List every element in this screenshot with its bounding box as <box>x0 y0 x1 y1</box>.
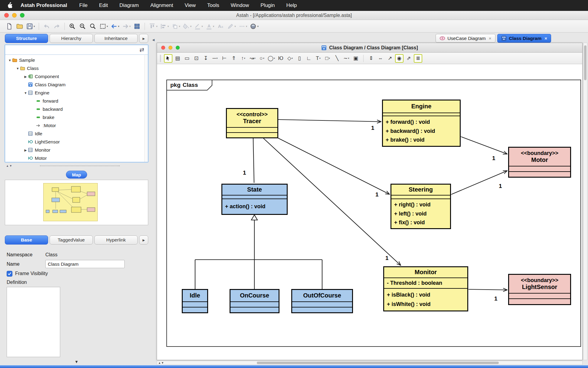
zoom-out-button[interactable] <box>78 21 87 31</box>
tab-inheritance[interactable]: Inheritance <box>94 34 138 43</box>
menu-item-file[interactable]: File <box>79 2 87 8</box>
dropdown-caret-icon[interactable]: ▾ <box>292 57 293 60</box>
line-tool[interactable]: ╲ <box>333 54 341 63</box>
multiplicity-label-steering-motor[interactable]: 1 <box>499 183 502 189</box>
edit-pen-button[interactable]: ▾ <box>226 21 237 31</box>
tab-hyperlink[interactable]: Hyperlink <box>94 235 138 245</box>
depth-order-button[interactable]: ▾ <box>171 21 181 31</box>
vertical-scrollbar-thumb[interactable] <box>584 45 586 80</box>
usage-tool[interactable]: ↝▾ <box>248 54 257 63</box>
multiplicity-label-tracer-monitor[interactable]: 1 <box>385 255 389 261</box>
menu-item-help[interactable]: Help <box>286 2 297 8</box>
zoom-region-button[interactable]: ▾ <box>99 21 109 31</box>
dropdown-caret-icon[interactable]: ▾ <box>118 25 119 28</box>
multiplicity-label-tracer-steering[interactable]: 1 <box>375 191 379 198</box>
tree-expander-icon[interactable]: ▼ <box>8 58 12 62</box>
class-monitor[interactable]: Monitor- Threshold : boolean+ isBlack() … <box>383 266 468 311</box>
definition-textarea[interactable] <box>7 287 60 357</box>
multiplicity-label-tracer-state[interactable]: 1 <box>243 169 246 176</box>
edge-tracer-steering[interactable] <box>277 138 390 194</box>
fill-color-button[interactable]: ▾ <box>182 21 192 31</box>
menu-item-diagram[interactable]: Diagram <box>119 2 139 8</box>
tree-expander-icon[interactable]: ▶ <box>23 148 28 152</box>
name-input[interactable] <box>45 260 125 268</box>
splitter-collapse-icons[interactable]: ▲▼ <box>6 164 13 167</box>
tree-item-motor[interactable]: Motor <box>5 154 144 162</box>
horizontal-scrollbar[interactable]: ▲▼ <box>157 361 583 365</box>
edge-tracer-engine[interactable] <box>278 120 381 122</box>
select-tool[interactable] <box>164 54 172 63</box>
dropdown-caret-icon[interactable]: ▾ <box>257 25 259 28</box>
undo-button[interactable] <box>42 21 51 31</box>
tree-expander-icon[interactable]: ▼ <box>23 91 28 95</box>
class-oncourse[interactable]: OnCourse <box>230 289 279 313</box>
dependency-tool[interactable]: ↑▾ <box>239 54 247 63</box>
save-file-button[interactable]: ▾ <box>25 21 36 31</box>
package-tool[interactable]: ▭ <box>183 54 191 63</box>
multiplicity-label-tracer-engine[interactable]: 1 <box>371 125 374 131</box>
align-horizontal-button[interactable]: ▾ <box>159 21 170 31</box>
menu-item-alignment[interactable]: Alignment <box>150 2 173 8</box>
pin-tool[interactable]: ↧ <box>201 54 210 63</box>
navigate-forward-button[interactable]: ▾ <box>121 21 132 31</box>
target-tool[interactable]: ◉ <box>395 54 403 63</box>
zoom-original-button[interactable] <box>88 21 97 31</box>
navigate-back-button[interactable]: ▾ <box>110 21 120 31</box>
curve-tool[interactable]: ∼▾ <box>342 54 351 63</box>
sync-with-editor-icon[interactable]: ⇄ <box>139 46 144 53</box>
dropdown-caret-icon[interactable]: ▾ <box>190 25 192 28</box>
instance-tool[interactable]: ○▾ <box>258 54 266 63</box>
minimize-window-button[interactable] <box>12 13 17 18</box>
edge-monitor-lightsensor[interactable] <box>469 289 507 290</box>
dropdown-caret-icon[interactable]: ▾ <box>319 57 321 60</box>
class-outofcourse[interactable]: OutOfCourse <box>291 289 353 313</box>
close-window-button[interactable] <box>4 13 9 18</box>
open-file-button[interactable] <box>15 21 24 31</box>
dropdown-caret-icon[interactable]: ▾ <box>156 25 158 28</box>
boundary-tool[interactable]: Ю <box>276 54 285 63</box>
toolbar-drag-handle[interactable] <box>160 55 161 62</box>
menu-item-plugin[interactable]: Plugin <box>260 2 275 8</box>
close-tab-icon[interactable]: × <box>544 36 547 41</box>
scroll-corner-arrows[interactable]: ▲▼ <box>158 361 164 364</box>
misc-shape-button[interactable]: ▾ <box>238 21 248 31</box>
note-tool[interactable]: ▯ <box>295 54 304 63</box>
association-tool[interactable]: ─▾ <box>211 54 219 63</box>
class-engine[interactable]: Engine+ forward() : void+ backward() : v… <box>382 100 461 147</box>
zoom-in-button[interactable] <box>68 21 77 31</box>
anchor-tool[interactable]: ∟ <box>305 54 313 63</box>
class-idle[interactable]: Idle <box>182 289 208 313</box>
new-file-button[interactable] <box>5 21 14 31</box>
panel-editor-splitter[interactable]: ◀ <box>151 34 155 364</box>
map-button[interactable]: Map <box>66 171 87 179</box>
containment-tool[interactable]: ⊢ <box>220 54 229 63</box>
splitter-handle[interactable] <box>40 166 120 166</box>
dropdown-caret-icon[interactable]: ▾ <box>254 57 256 60</box>
tree-item-class-diagram[interactable]: Class Diagram <box>5 80 144 89</box>
panel-collapse-arrow-icon[interactable]: ▼ <box>75 360 79 364</box>
tree-expander-icon[interactable]: ▼ <box>15 67 20 70</box>
dropdown-caret-icon[interactable]: ▾ <box>329 57 330 60</box>
diagram-tab-usecase-diagram[interactable]: UseCase Diagram× <box>436 34 495 43</box>
tree-item-lightsensor[interactable]: LightSensor <box>5 138 144 146</box>
diagonal-tool[interactable]: ⇗ <box>404 54 413 63</box>
view-3d-button[interactable]: ▾ <box>249 21 259 31</box>
close-tab-icon[interactable]: × <box>489 36 492 41</box>
dropdown-caret-icon[interactable]: ▾ <box>201 25 203 28</box>
dropdown-caret-icon[interactable]: ▾ <box>244 57 245 60</box>
menu-item-view[interactable]: View <box>185 2 196 8</box>
tree-item-backward[interactable]: backward <box>5 105 144 113</box>
tree-item-brake[interactable]: brake <box>5 113 144 121</box>
edge-generalization-state[interactable] <box>195 215 322 289</box>
dropdown-caret-icon[interactable]: ▾ <box>129 25 131 28</box>
tab-base[interactable]: Base <box>5 235 48 245</box>
dropdown-caret-icon[interactable]: ▾ <box>274 57 275 60</box>
class-tool[interactable]: ▤ <box>173 54 182 63</box>
tree-item-idle[interactable]: Idle <box>5 130 144 138</box>
distribute-tool[interactable]: ⇔ <box>376 54 385 63</box>
subsystem-tool[interactable]: ⊡ <box>192 54 201 63</box>
class-steering[interactable]: Steering+ right() : void+ left() : void+… <box>390 184 451 229</box>
diagram-map-button[interactable] <box>132 21 142 31</box>
dropdown-caret-icon[interactable]: ▾ <box>263 57 264 60</box>
align-vertical-button[interactable]: ▾ <box>148 21 158 31</box>
